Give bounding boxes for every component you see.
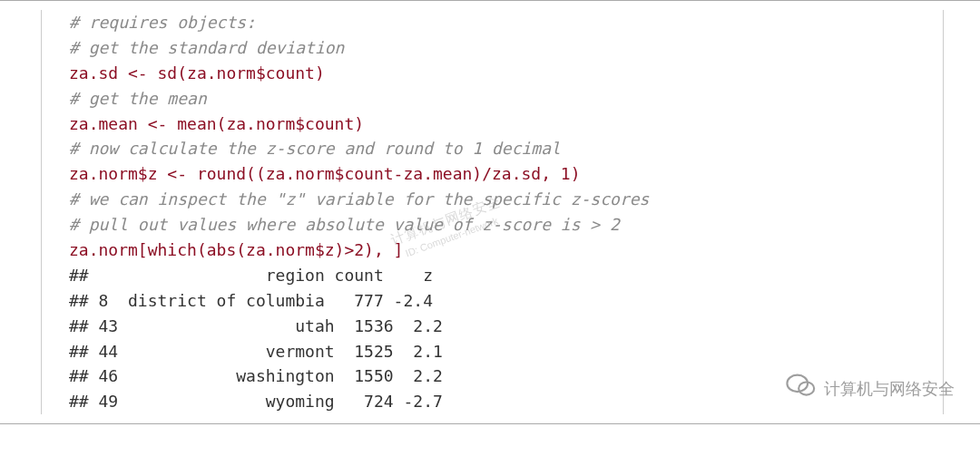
output-line: ## 8 district of columbia 777 -2.4 (69, 291, 433, 310)
output-line: ## 46 washington 1550 2.2 (69, 366, 443, 385)
comment-line: # requires objects: (69, 13, 256, 32)
comment-line: # now calculate the z-score and round to… (69, 139, 561, 158)
code-line: za.mean <- mean(za.norm$count) (69, 114, 364, 133)
comment-line: # pull out values where absolute value o… (69, 215, 620, 234)
code-block: # requires objects: # get the standard d… (0, 0, 980, 424)
comment-line: # we can inspect the "z" variable for th… (69, 189, 649, 209)
code-line: za.norm[which(abs(za.norm$z)>2), ] (69, 240, 403, 259)
code-line: za.sd <- sd(za.norm$count) (69, 63, 325, 82)
output-line: ## region count z (69, 266, 433, 285)
code-listing: # requires objects: # get the standard d… (41, 10, 944, 414)
comment-line: # get the standard deviation (69, 38, 344, 57)
output-line: ## 43 utah 1536 2.2 (69, 316, 443, 335)
code-line: za.norm$z <- round((za.norm$count-za.mea… (69, 164, 581, 183)
output-line: ## 49 wyoming 724 -2.7 (69, 392, 443, 411)
output-line: ## 44 vermont 1525 2.1 (69, 342, 443, 361)
comment-line: # get the mean (69, 89, 207, 108)
